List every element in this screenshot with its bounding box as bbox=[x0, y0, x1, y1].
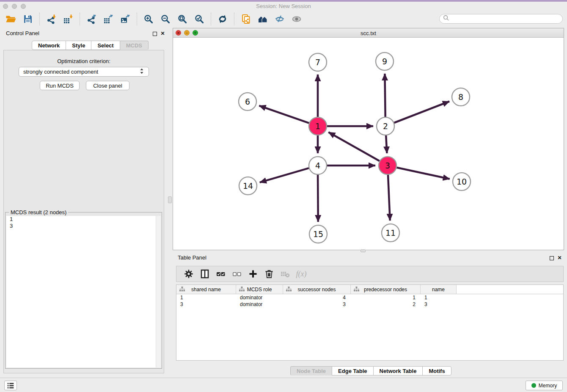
window-title: Session: New Session bbox=[0, 3, 567, 9]
float-icon bbox=[153, 32, 157, 36]
save-session-button[interactable] bbox=[21, 12, 35, 26]
function-icon: f(x) bbox=[296, 270, 307, 279]
zoom-fit-button[interactable] bbox=[175, 12, 190, 26]
table-toolbar: f(x) bbox=[176, 266, 564, 282]
clone-network-button[interactable] bbox=[239, 12, 253, 26]
column-options-button[interactable] bbox=[198, 268, 212, 280]
column-header-shared-name[interactable]: shared name bbox=[176, 285, 236, 294]
select-all-columns-button[interactable] bbox=[214, 268, 228, 280]
table-row[interactable]: 1dominator411 bbox=[176, 294, 563, 301]
node-label: 15 bbox=[313, 229, 323, 239]
node-10[interactable]: 10 bbox=[453, 173, 471, 190]
node-15[interactable]: 15 bbox=[309, 225, 327, 243]
tab-network-table[interactable]: Network Table bbox=[373, 366, 423, 375]
window-titlebar: Session: New Session bbox=[0, 2, 567, 11]
node-11[interactable]: 11 bbox=[382, 224, 399, 242]
node-table: shared nameMCDS rolesuccessor nodesprede… bbox=[176, 284, 564, 361]
node-14[interactable]: 14 bbox=[239, 177, 257, 195]
first-neighbors-button[interactable] bbox=[256, 12, 270, 26]
tab-motifs[interactable]: Motifs bbox=[422, 366, 451, 375]
column-header-name[interactable]: name bbox=[421, 285, 457, 294]
network-view-window: ✕ − + scc.txt 1234678910111415 bbox=[173, 28, 564, 250]
cell-MCDS-role: dominator bbox=[236, 301, 283, 308]
edge-2-9[interactable] bbox=[385, 74, 385, 117]
node-label: 2 bbox=[383, 121, 388, 131]
node-1[interactable]: 1 bbox=[309, 117, 327, 135]
tab-select[interactable]: Select bbox=[91, 41, 120, 50]
function-builder-button: f(x) bbox=[295, 268, 308, 280]
column-label: name bbox=[432, 287, 445, 293]
tab-node-table[interactable]: Node Table bbox=[290, 366, 332, 375]
edge-3-10[interactable] bbox=[397, 168, 450, 179]
import-table-button[interactable] bbox=[61, 12, 75, 26]
node-label: 11 bbox=[385, 228, 396, 237]
edge-3-1[interactable] bbox=[328, 132, 380, 161]
export-table-button[interactable] bbox=[101, 12, 116, 26]
select-stepper-icon bbox=[139, 68, 144, 76]
search-input[interactable] bbox=[451, 16, 562, 22]
tab-mcds[interactable]: MCDS bbox=[120, 41, 149, 50]
edge-2-8[interactable] bbox=[394, 102, 450, 123]
edge-4-15[interactable] bbox=[318, 175, 318, 222]
memory-button[interactable]: Memory bbox=[526, 381, 563, 390]
cell-successor-nodes: 4 bbox=[283, 294, 351, 301]
close-panel-button[interactable]: Close panel bbox=[86, 81, 129, 90]
create-column-button[interactable] bbox=[246, 268, 260, 280]
result-scrollbar[interactable] bbox=[156, 216, 161, 367]
node-label: 1 bbox=[315, 121, 320, 131]
control-panel-tabs: NetworkStyleSelectMCDS bbox=[32, 41, 149, 50]
control-panel-close-button[interactable]: ✕ bbox=[160, 30, 165, 36]
tab-edge-table[interactable]: Edge Table bbox=[332, 366, 373, 375]
tab-style[interactable]: Style bbox=[66, 41, 91, 50]
table-panel-float-button[interactable] bbox=[549, 255, 554, 261]
edge-1-6[interactable] bbox=[259, 106, 309, 123]
float-icon bbox=[550, 256, 554, 260]
table-row[interactable]: 3dominator323 bbox=[176, 301, 563, 308]
column-label: predecessor nodes bbox=[364, 287, 407, 293]
unselect-all-columns-button[interactable] bbox=[230, 268, 244, 280]
export-image-button[interactable] bbox=[118, 12, 132, 26]
tab-network[interactable]: Network bbox=[32, 41, 66, 50]
node-label: 6 bbox=[245, 97, 250, 106]
delete-columns-button[interactable] bbox=[262, 268, 276, 280]
zoom-out-button[interactable] bbox=[158, 12, 173, 26]
criterion-select[interactable]: strongly connected component bbox=[19, 67, 149, 77]
node-4[interactable]: 4 bbox=[309, 157, 327, 174]
node-2[interactable]: 2 bbox=[377, 117, 394, 135]
import-network-button[interactable] bbox=[44, 12, 58, 26]
refresh-layout-button[interactable] bbox=[215, 12, 230, 26]
close-icon: ✕ bbox=[160, 30, 165, 36]
node-6[interactable]: 6 bbox=[239, 93, 256, 110]
edge-4-14[interactable] bbox=[260, 168, 309, 182]
node-8[interactable]: 8 bbox=[452, 88, 470, 106]
edge-3-11[interactable] bbox=[388, 175, 390, 221]
node-7[interactable]: 7 bbox=[309, 53, 327, 71]
search-box[interactable] bbox=[439, 14, 563, 24]
column-header-successor-nodes[interactable]: successor nodes bbox=[283, 285, 351, 294]
node-3[interactable]: 3 bbox=[379, 157, 396, 174]
column-header-MCDS-role[interactable]: MCDS role bbox=[236, 285, 283, 294]
cell-MCDS-role: dominator bbox=[236, 294, 283, 301]
edge-2-3[interactable] bbox=[386, 135, 387, 153]
node-9[interactable]: 9 bbox=[376, 52, 394, 70]
task-history-button[interactable] bbox=[4, 381, 17, 390]
mcds-result-textarea[interactable]: 13 bbox=[6, 216, 161, 367]
export-network-button[interactable] bbox=[84, 12, 99, 26]
delete-table-button bbox=[278, 268, 292, 280]
vertical-splitter-grip[interactable] bbox=[168, 196, 172, 203]
table-panel-close-button[interactable]: ✕ bbox=[557, 255, 562, 260]
run-mcds-button[interactable]: Run MCDS bbox=[40, 81, 80, 90]
control-panel-float-button[interactable] bbox=[152, 31, 157, 36]
open-file-button[interactable] bbox=[4, 12, 18, 26]
table-settings-button[interactable] bbox=[182, 268, 195, 280]
network-canvas[interactable]: 1234678910111415 bbox=[173, 38, 564, 250]
list-icon bbox=[6, 381, 15, 390]
table-panel-header: Table Panel ✕ bbox=[173, 252, 567, 262]
column-header-predecessor-nodes[interactable]: predecessor nodes bbox=[351, 285, 421, 294]
hide-selected-button[interactable] bbox=[272, 12, 287, 26]
toolbar-separator bbox=[39, 13, 40, 25]
zoom-selected-button[interactable] bbox=[192, 12, 206, 26]
memory-label: Memory bbox=[539, 383, 557, 389]
zoom-in-button[interactable] bbox=[141, 12, 156, 26]
cell-predecessor-nodes: 1 bbox=[351, 294, 421, 301]
